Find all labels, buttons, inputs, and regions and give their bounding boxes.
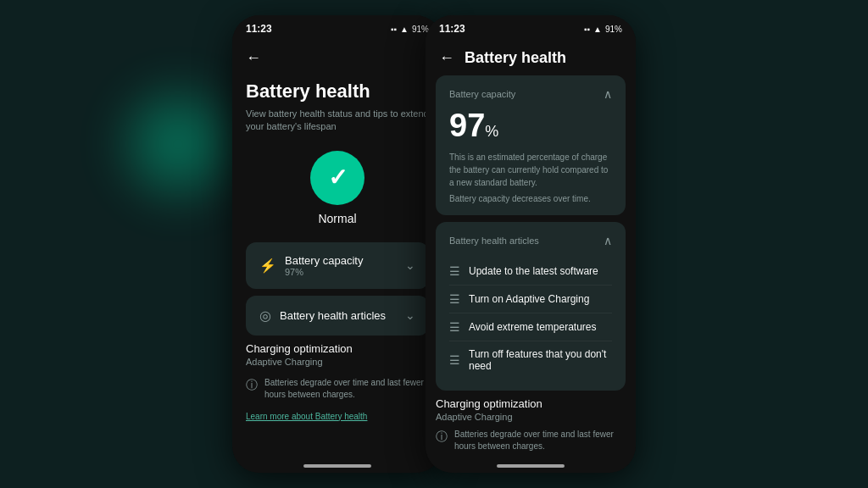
article-item-3[interactable]: ☰ Turn off features that you don't need (449, 341, 612, 379)
right-charging-section: Charging optimization Adaptive Charging (436, 397, 626, 422)
right-content: Battery capacity ∧ 97 % This is an estim… (426, 75, 636, 462)
article-text-1: Turn on Adaptive Charging (469, 293, 589, 305)
signal-icon-r: ▪▪ (584, 25, 590, 34)
article-doc-icon-2: ☰ (449, 320, 460, 334)
article-text-0: Update to the latest software (469, 265, 598, 277)
articles-card-header: Battery health articles ∧ (449, 234, 612, 247)
left-screen: ← Battery health View battery health sta… (232, 39, 442, 473)
card-left-capacity: ⚡ Battery capacity 97% (259, 254, 364, 277)
article-doc-icon-0: ☰ (449, 264, 460, 278)
page-title-left: Battery health (246, 80, 429, 103)
capacity-card-header: Battery capacity ∧ (449, 87, 612, 101)
status-bar-right: 11:23 ▪▪ ▲ 91% (426, 15, 636, 39)
right-page-title: Battery health (465, 49, 566, 67)
battery-capacity-expanded: Battery capacity ∧ 97 % This is an estim… (436, 75, 626, 215)
info-text: Batteries degrade over time and last few… (264, 377, 429, 401)
battery-right: 91% (605, 25, 622, 34)
article-text-3: Turn off features that you don't need (469, 348, 612, 372)
article-item-0[interactable]: ☰ Update to the latest software (449, 258, 612, 286)
chevron-down-icon-capacity: ⌄ (405, 258, 415, 272)
right-screen: ← Battery health Battery capacity ∧ 97 %… (426, 39, 636, 473)
checkmark-icon: ✓ (328, 164, 348, 191)
home-indicator-left (303, 464, 371, 468)
info-row: ⓘ Batteries degrade over time and last f… (246, 377, 429, 401)
learn-link[interactable]: Learn more about Battery health (246, 412, 367, 421)
signal-icon: ▪▪ (391, 25, 397, 34)
right-info-row: ⓘ Batteries degrade over time and last f… (436, 429, 626, 452)
capacity-number: 97 (449, 108, 485, 144)
article-text-2: Avoid extreme temperatures (469, 321, 597, 333)
back-button-left[interactable]: ← (246, 49, 429, 67)
article-doc-icon-1: ☰ (449, 292, 460, 306)
time-right: 11:23 (439, 23, 465, 35)
info-icon: ⓘ (246, 378, 258, 393)
articles-section-label: Battery health articles (449, 236, 539, 246)
status-bar-left: 11:23 ▪▪ ▲ 91% (232, 15, 442, 39)
status-icons-right: ▪▪ ▲ 91% (584, 25, 622, 34)
articles-expanded-card: Battery health articles ∧ ☰ Update to th… (436, 222, 626, 391)
capacity-note: Battery capacity decreases over time. (449, 194, 612, 203)
chevron-up-icon-articles[interactable]: ∧ (604, 234, 612, 247)
right-phone: 11:23 ▪▪ ▲ 91% ← Battery health Battery … (426, 15, 636, 473)
right-charging-label: Charging optimization (436, 397, 626, 410)
chevron-up-icon-capacity[interactable]: ∧ (604, 87, 612, 101)
article-item-2[interactable]: ☰ Avoid extreme temperatures (449, 313, 612, 341)
capacity-unit: % (485, 123, 498, 141)
article-item-1[interactable]: ☰ Turn on Adaptive Charging (449, 286, 612, 313)
capacity-section-label: Battery capacity (449, 89, 515, 99)
battery-left: 91% (412, 25, 429, 34)
status-indicator: ✓ Normal (246, 151, 429, 225)
battery-capacity-card[interactable]: ⚡ Battery capacity 97% ⌄ (246, 242, 429, 289)
wifi-icon-r: ▲ (593, 25, 602, 34)
phones-container: 11:23 ▪▪ ▲ 91% ← Battery health View bat… (224, 15, 644, 473)
capacity-card-title: Battery capacity (285, 254, 364, 267)
capacity-card-value: 97% (285, 267, 364, 277)
charging-sublabel: Adaptive Charging (246, 357, 429, 367)
articles-card-title: Battery health articles (280, 309, 386, 322)
right-charging-sub: Adaptive Charging (436, 412, 626, 422)
status-circle: ✓ (310, 151, 364, 205)
capacity-description: This is an estimated percentage of charg… (449, 151, 612, 189)
article-doc-icon-3: ☰ (449, 353, 460, 367)
charging-opt-section: Charging optimization Adaptive Charging (246, 342, 429, 367)
wifi-icon: ▲ (400, 25, 409, 34)
charging-label: Charging optimization (246, 342, 429, 355)
back-button-right[interactable]: ← (439, 49, 454, 67)
status-label: Normal (318, 212, 356, 225)
status-icons-left: ▪▪ ▲ 91% (391, 25, 429, 34)
right-info-icon: ⓘ (436, 430, 448, 445)
capacity-percentage: 97 % (449, 108, 612, 144)
articles-icon: ◎ (259, 308, 271, 324)
time-left: 11:23 (246, 23, 272, 35)
battery-icon: ⚡ (259, 258, 276, 274)
right-header: ← Battery health (426, 39, 636, 75)
page-subtitle-left: View battery health status and tips to e… (246, 108, 429, 134)
right-info-text: Batteries degrade over time and last few… (454, 429, 626, 452)
home-indicator-right (497, 464, 565, 468)
health-articles-card[interactable]: ◎ Battery health articles ⌄ (246, 296, 429, 336)
card-left-articles: ◎ Battery health articles (259, 308, 386, 324)
chevron-down-icon-articles: ⌄ (405, 308, 415, 322)
left-phone: 11:23 ▪▪ ▲ 91% ← Battery health View bat… (232, 15, 442, 473)
